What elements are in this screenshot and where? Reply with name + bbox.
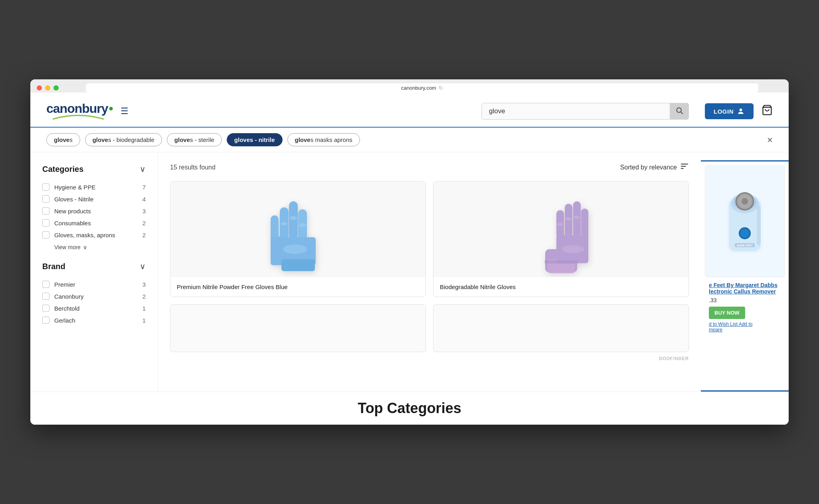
suggestion-chip-biodegradable[interactable]: gloves - biodegradable	[85, 133, 162, 146]
brand-filter: Brand ∨ Premier 3 Canonbury 2	[42, 262, 146, 326]
svg-point-2	[740, 108, 742, 111]
filter-item-consumables: Consumables 2	[42, 217, 146, 229]
suggestion-chip-gloves[interactable]: gloves	[46, 133, 80, 146]
view-more-label: View more	[54, 244, 81, 250]
right-partial-product: BARE FEET e Feet By Margaret Dabbs lectr…	[701, 152, 789, 392]
svg-line-1	[681, 112, 683, 114]
svg-point-29	[565, 217, 572, 220]
compare-link[interactable]: mpare	[709, 327, 781, 333]
sidebar: Categories ∨ Hygiene & PPE 7 Gloves - Ni…	[30, 152, 158, 392]
svg-rect-23	[565, 204, 572, 238]
filter-checkbox-new[interactable]	[42, 207, 49, 215]
wishlist-link[interactable]: d to Wish List Add to	[709, 321, 781, 327]
product-info-1: Premium Nitrile Powder Free Gloves Blue	[170, 277, 425, 297]
buy-now-label: BUY NOW	[714, 310, 740, 316]
hamburger-button[interactable]: ☰	[119, 104, 130, 118]
svg-point-17	[281, 222, 287, 225]
svg-rect-41	[757, 205, 761, 245]
partial-product-image: BARE FEET	[705, 165, 785, 277]
svg-point-18	[283, 244, 307, 254]
search-button[interactable]	[670, 103, 689, 120]
svg-rect-14	[281, 259, 315, 271]
filter-count-gerlach: 1	[142, 317, 146, 324]
filter-label-premier: Premier	[54, 281, 138, 288]
doofinder-badge: DOOFINDER	[170, 356, 689, 361]
brand-title: Brand	[42, 262, 65, 271]
search-icon	[675, 106, 683, 116]
partial-product-name[interactable]: e Feet By Margaret Dabbs lectronic Callu…	[709, 282, 781, 295]
url-text: canonbury.com	[401, 85, 436, 91]
svg-rect-10	[289, 201, 298, 239]
blue-accent-bottom	[701, 390, 789, 392]
categories-title: Categories	[42, 165, 83, 174]
filter-item-new: New products 3	[42, 205, 146, 217]
filter-count-nitrile: 4	[142, 196, 146, 203]
filter-checkbox-hygiene[interactable]	[42, 183, 49, 191]
cart-icon	[762, 104, 773, 116]
product-card-4[interactable]	[433, 304, 689, 352]
filter-label-nitrile: Gloves - Nitrile	[54, 196, 138, 203]
address-bar[interactable]: canonbury.com ↻	[86, 83, 758, 93]
wishlist-text: d to Wish List Add to	[709, 321, 752, 327]
svg-rect-24	[573, 201, 581, 237]
filter-checkbox-canonbury[interactable]	[42, 293, 49, 300]
top-categories-title: Top Categories	[46, 400, 773, 417]
svg-point-28	[557, 223, 563, 226]
close-dot[interactable]	[37, 85, 42, 91]
partial-price: .33	[709, 297, 781, 303]
maximize-dot[interactable]	[53, 85, 59, 91]
svg-rect-31	[544, 260, 578, 264]
filter-checkbox-gerlach[interactable]	[42, 317, 49, 324]
categories-chevron-button[interactable]: ∨	[140, 164, 146, 174]
logo-arc	[46, 113, 110, 120]
filter-label-berchtold: Berchtold	[54, 305, 138, 312]
product-card-2[interactable]: Biodegradable Nitrile Gloves	[433, 181, 689, 297]
product-card-3[interactable]	[170, 304, 426, 352]
svg-point-38	[742, 198, 748, 205]
brand-chevron-button[interactable]: ∨	[140, 262, 146, 271]
filter-count-consumables: 2	[142, 220, 146, 226]
chevron-down-icon: ∨	[140, 165, 146, 173]
buy-now-button[interactable]: BUY NOW	[709, 307, 745, 319]
suggestion-chip-nitrile[interactable]: gloves - nitrile	[227, 133, 283, 146]
sort-icon	[680, 162, 689, 173]
partial-name-text2: lectronic Callus Remover	[709, 288, 776, 295]
sort-control[interactable]: Sorted by relevance	[620, 162, 689, 173]
filter-count-berchtold: 1	[142, 305, 146, 312]
search-input[interactable]	[481, 103, 689, 120]
glove-blue-image	[266, 185, 330, 273]
filter-item-canonbury: Canonbury 2	[42, 290, 146, 302]
filter-checkbox-consumables[interactable]	[42, 219, 49, 226]
minimize-dot[interactable]	[45, 85, 50, 91]
filter-checkbox-berchtold[interactable]	[42, 305, 49, 312]
reload-icon: ↻	[439, 85, 443, 91]
filter-checkbox-masks[interactable]	[42, 231, 49, 238]
filter-label-new: New products	[54, 208, 138, 215]
page-footer: Top Categories	[30, 392, 789, 425]
logo-area: canonbury • ☰	[46, 102, 130, 120]
hamburger-icon: ☰	[121, 106, 129, 116]
filter-checkbox-premier[interactable]	[42, 281, 49, 288]
svg-point-30	[574, 216, 580, 219]
product-image-2	[433, 181, 688, 277]
close-icon: ×	[767, 134, 773, 145]
cart-button[interactable]	[762, 104, 773, 118]
product-name-2: Biodegradable Nitrile Gloves	[440, 284, 516, 290]
suggestion-chip-masks[interactable]: gloves masks aprons	[287, 133, 360, 146]
main-layout: Categories ∨ Hygiene & PPE 7 Gloves - Ni…	[30, 152, 789, 392]
suggestion-chip-sterile[interactable]: gloves - sterile	[167, 133, 222, 146]
results-area: 15 results found Sorted by relevance	[158, 152, 701, 392]
filter-checkbox-nitrile[interactable]	[42, 195, 49, 203]
product-card-1[interactable]: Premium Nitrile Powder Free Gloves Blue	[170, 181, 426, 297]
svg-point-40	[741, 229, 749, 237]
login-label: LOGIN	[714, 108, 734, 115]
svg-point-15	[299, 223, 306, 227]
filter-count-hygiene: 7	[142, 184, 146, 191]
close-suggestions-button[interactable]: ×	[767, 135, 773, 145]
results-count: 15 results found	[170, 164, 216, 171]
svg-text:BARE FEET: BARE FEET	[737, 244, 753, 247]
login-button[interactable]: LOGIN	[705, 103, 754, 119]
callus-remover-svg: BARE FEET	[715, 181, 775, 261]
product-name-1: Premium Nitrile Powder Free Gloves Blue	[177, 284, 288, 290]
view-more-categories-button[interactable]: View more ∨	[42, 244, 87, 250]
